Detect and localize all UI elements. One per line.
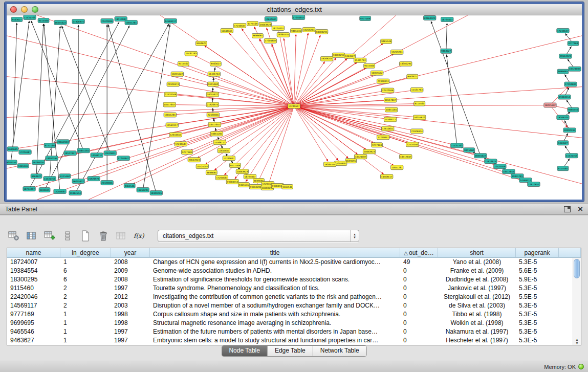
graph-node[interactable]: 21926974 (206, 102, 219, 107)
table-cell[interactable]: 2 (60, 293, 111, 301)
graph-node[interactable]: 10851281 (125, 20, 137, 25)
table-cell[interactable]: 14569117 (7, 301, 60, 310)
graph-node[interactable]: 17204687 (264, 38, 276, 43)
graph-node[interactable]: 18517847 (208, 122, 221, 127)
graph-node[interactable]: 9115460 (557, 166, 569, 171)
graph-node[interactable]: 9777169 (360, 16, 371, 20)
graph-node[interactable]: 9463627 (210, 61, 221, 66)
table-row[interactable]: 1938455462009Genome-wide association stu… (7, 267, 573, 275)
minimize-window-button[interactable] (21, 6, 28, 13)
graph-node[interactable]: 19384554 (323, 162, 336, 167)
graph-node[interactable]: 14569117 (91, 153, 103, 158)
table-cell[interactable]: 1997 (111, 336, 150, 345)
table-row[interactable]: 1456911722003Disruption of a novel membe… (7, 301, 573, 310)
graph-node[interactable]: 9115460 (178, 61, 189, 66)
column-header-title[interactable]: title (150, 248, 400, 258)
graph-node[interactable]: 21926974 (411, 129, 423, 134)
graph-node[interactable]: 9777169 (568, 41, 579, 46)
graph-node[interactable]: 18517847 (399, 155, 411, 159)
graph-node[interactable]: 18517847 (384, 98, 396, 102)
graph-node[interactable]: 9777169 (181, 150, 192, 155)
graph-node[interactable]: 9465546 (238, 183, 249, 187)
table-cell[interactable]: 2 (60, 301, 111, 310)
graph-node[interactable]: 16055622 (171, 72, 183, 76)
graph-node[interactable]: 9115460 (364, 63, 375, 68)
graph-node[interactable]: 9465546 (282, 185, 293, 189)
table-settings-icon[interactable] (7, 230, 20, 242)
table-cell[interactable]: 2012 (111, 293, 150, 301)
graph-node[interactable]: 18724007 (196, 164, 208, 169)
graph-node[interactable]: 18517847 (64, 151, 76, 156)
graph-node[interactable]: 10851281 (210, 132, 223, 136)
graph-node[interactable]: 9699695 (7, 147, 18, 151)
graph-node[interactable]: 17240647 (233, 23, 246, 28)
graph-node[interactable]: 12610651 (221, 28, 233, 33)
graph-node[interactable]: 9777169 (247, 21, 258, 26)
table-cell[interactable]: Franke et al. (2009) (438, 267, 516, 275)
graph-node[interactable]: 20663923 (559, 54, 572, 58)
table-cell[interactable]: 1 (60, 336, 111, 345)
graph-node[interactable]: 18300295 (315, 29, 328, 34)
table-cell[interactable]: Hescheler et al. (1997) (438, 336, 516, 345)
graph-node[interactable]: 11431763 (185, 51, 197, 56)
graph-node[interactable]: 20663923 (188, 158, 200, 162)
table-cell[interactable]: 5.5E-5 (516, 293, 559, 301)
table-cell[interactable]: Investigating the contribution of common… (150, 293, 400, 301)
graph-node[interactable]: 10851281 (385, 107, 397, 112)
graph-node[interactable]: 19269204 (249, 185, 262, 189)
graph-node[interactable]: 21926974 (377, 79, 389, 83)
table-cell[interactable]: 6 (60, 267, 111, 275)
table-row[interactable]: 1830029562008Estimation of significance … (7, 275, 573, 284)
table-cell[interactable]: 1997 (111, 284, 150, 293)
tab-edge-table[interactable]: Edge Table (268, 346, 313, 356)
table-row[interactable]: 2242004622012Investigating the contribut… (7, 293, 573, 301)
graph-node[interactable]: 9465546 (381, 39, 392, 43)
table-cell[interactable]: 5.3E-5 (516, 319, 559, 327)
graph-node[interactable]: 17240647 (292, 15, 304, 19)
graph-node[interactable]: 21926974 (88, 177, 100, 181)
graph-node[interactable]: 19269204 (302, 27, 315, 32)
graph-node[interactable]: 9463627 (557, 141, 569, 145)
graph-node[interactable]: 9463627 (407, 74, 418, 79)
table-cell[interactable]: 1998 (111, 310, 150, 319)
graph-node[interactable]: 20663923 (363, 149, 375, 154)
column-header-year[interactable]: year (111, 248, 150, 258)
table-row[interactable]: 911546021997Tourette syndrome. Phenomeno… (7, 284, 573, 293)
graph-node[interactable]: 10851281 (164, 113, 176, 117)
table-cell[interactable]: Tibbo et al. (1998) (438, 310, 516, 319)
table-cell[interactable]: 2009 (111, 267, 150, 275)
graph-node[interactable]: 22420046 (101, 18, 113, 23)
table-cell[interactable]: 1997 (111, 327, 150, 336)
graph-node[interactable]: 18300295 (399, 61, 411, 66)
graph-node[interactable]: 9115460 (464, 148, 475, 152)
graph-node[interactable]: 17204687 (54, 189, 66, 194)
graph-node[interactable]: 17204687 (215, 176, 228, 180)
table-cell[interactable]: 1 (60, 258, 111, 267)
table-cell[interactable]: Genome-wide association studies in ADHD. (150, 267, 400, 275)
graph-node[interactable]: 18300295 (46, 156, 58, 161)
graph-node[interactable]: 20663923 (236, 169, 248, 174)
delete-table-icon[interactable] (97, 230, 110, 242)
create-new-column-icon[interactable] (43, 230, 56, 242)
graph-node[interactable]: 11431763 (354, 58, 366, 62)
table-cell[interactable]: 18300295 (7, 275, 60, 284)
graph-node[interactable]: 18300295 (563, 128, 576, 133)
network-window-titlebar[interactable]: citations_edges.txt (7, 4, 582, 15)
table-cell[interactable]: 19384554 (7, 267, 60, 275)
table-vertical-scrollbar[interactable]: ▲▼ (573, 258, 581, 345)
table-cell[interactable]: 9115460 (7, 284, 60, 293)
graph-node[interactable]: 9465546 (291, 28, 302, 33)
table-cell[interactable]: Tourette syndrome. Phenomenology and cla… (150, 284, 400, 293)
table-cell[interactable]: 1998 (111, 319, 150, 327)
table-row[interactable]: 946362711997Embryonic stem cells: a mode… (7, 336, 573, 345)
graph-node[interactable]: 19384554 (277, 32, 289, 37)
table-cell[interactable]: Disruption of a novel member of a sodium… (150, 301, 400, 310)
graph-node[interactable]: 9115460 (59, 174, 71, 179)
close-panel-icon[interactable]: × (578, 206, 583, 213)
graph-node[interactable]: 19384554 (558, 95, 571, 99)
graph-node[interactable]: 11431763 (411, 87, 423, 92)
table-cell[interactable]: 9463627 (7, 336, 60, 345)
graph-node[interactable]: 11431763 (43, 177, 56, 181)
graph-node[interactable]: 9777169 (372, 143, 383, 147)
table-cell[interactable]: Wolkin et al. (1998) (438, 319, 516, 327)
